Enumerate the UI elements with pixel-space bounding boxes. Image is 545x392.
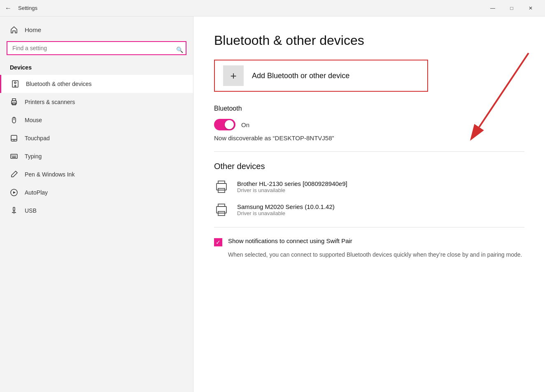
device-status-samsung: Driver is unavailable [237, 210, 335, 216]
maximize-button[interactable]: □ [502, 0, 521, 16]
usb-icon [10, 206, 18, 215]
bluetooth-toggle[interactable] [214, 119, 235, 130]
device-item-brother[interactable]: Brother HL-2130 series [0080928940e9] Dr… [214, 179, 524, 194]
app-title: Settings [18, 5, 37, 11]
window-controls: — □ ✕ [483, 0, 540, 16]
sidebar-item-typing-label: Typing [25, 153, 42, 160]
search-button[interactable]: 🔍 [176, 46, 183, 53]
sidebar-section-label: Devices [0, 62, 193, 75]
sidebar-item-bluetooth[interactable]: Bluetooth & other devices [0, 75, 193, 93]
svg-point-1 [14, 82, 16, 84]
svg-rect-32 [218, 211, 225, 216]
sidebar-item-typing[interactable]: Typing [0, 147, 193, 165]
search-wrap: 🔍 [0, 38, 193, 62]
discoverable-text: Now discoverable as “DESKTOP-8NTVJ58” [214, 135, 524, 141]
minimize-button[interactable]: — [483, 0, 502, 16]
check-mark-icon: ✓ [216, 239, 221, 246]
device-info-brother: Brother HL-2130 series [0080928940e9] Dr… [237, 180, 347, 193]
printer-icon [10, 98, 18, 106]
svg-rect-29 [218, 188, 225, 193]
sidebar-item-pen[interactable]: Pen & Windows Ink [0, 165, 193, 183]
svg-rect-28 [218, 181, 225, 183]
printer-device-icon-2 [214, 202, 229, 217]
keyboard-icon [10, 152, 18, 160]
sidebar-item-touchpad[interactable]: Touchpad [0, 129, 193, 147]
sidebar: Home 🔍 Devices Bluetooth & other devices [0, 16, 193, 392]
sidebar-item-autoplay-label: AutoPlay [25, 189, 48, 196]
page-title: Bluetooth & other devices [214, 33, 524, 48]
pen-icon [10, 170, 18, 179]
device-name-samsung: Samsung M2020 Series (10.0.1.42) [237, 203, 335, 210]
bluetooth-icon [11, 80, 19, 88]
other-devices-title: Other devices [214, 162, 524, 171]
add-device-button[interactable]: + Add Bluetooth or other device [214, 60, 428, 92]
add-device-plus-icon: + [223, 65, 244, 86]
search-input[interactable] [7, 41, 186, 55]
sidebar-item-printers[interactable]: Printers & scanners [0, 93, 193, 111]
sidebar-item-printers-label: Printers & scanners [25, 99, 75, 105]
printer-device-icon-1 [214, 179, 229, 194]
svg-rect-12 [11, 154, 17, 158]
back-button[interactable]: ← [3, 3, 13, 14]
sidebar-item-mouse[interactable]: Mouse [0, 111, 193, 129]
main-content: Bluetooth & other devices + Add Bluetoot… [193, 16, 545, 392]
sidebar-item-touchpad-label: Touchpad [25, 135, 50, 141]
close-button[interactable]: ✕ [521, 0, 540, 16]
sidebar-item-pen-label: Pen & Windows Ink [25, 171, 75, 178]
touchpad-icon [10, 134, 18, 142]
toggle-knob [225, 120, 234, 129]
autoplay-icon [10, 188, 18, 197]
svg-marker-19 [13, 191, 16, 194]
home-label: Home [25, 26, 41, 33]
device-info-samsung: Samsung M2020 Series (10.0.1.42) Driver … [237, 203, 335, 216]
sidebar-item-bluetooth-label: Bluetooth & other devices [26, 81, 92, 87]
device-item-samsung[interactable]: Samsung M2020 Series (10.0.1.42) Driver … [214, 202, 524, 217]
divider-1 [214, 151, 524, 152]
svg-rect-5 [12, 99, 16, 101]
svg-rect-20 [13, 207, 15, 211]
sidebar-item-autoplay[interactable]: AutoPlay [0, 183, 193, 202]
divider-2 [214, 227, 524, 227]
sidebar-item-usb[interactable]: USB [0, 202, 193, 220]
titlebar: ← Settings — □ ✕ [0, 0, 545, 16]
home-icon [10, 26, 18, 34]
swift-pair-label: Show notifications to connect using Swif… [228, 237, 352, 244]
bluetooth-toggle-label: On [241, 121, 249, 128]
sidebar-home[interactable]: Home [0, 21, 193, 38]
svg-line-26 [479, 53, 529, 127]
sidebar-item-mouse-label: Mouse [25, 117, 42, 123]
mouse-icon [10, 116, 18, 124]
device-status-brother: Driver is unavailable [237, 187, 347, 193]
swift-pair-description: When selected, you can connect to suppor… [214, 251, 524, 259]
swift-pair-row: ✓ Show notifications to connect using Sw… [214, 237, 524, 246]
bluetooth-toggle-row: On [214, 119, 524, 130]
titlebar-left: ← Settings [0, 3, 37, 14]
sidebar-item-usb-label: USB [25, 207, 37, 214]
bluetooth-section-title: Bluetooth [214, 105, 524, 112]
device-name-brother: Brother HL-2130 series [0080928940e9] [237, 180, 347, 187]
swift-pair-checkbox[interactable]: ✓ [214, 238, 222, 246]
app-body: Home 🔍 Devices Bluetooth & other devices [0, 16, 545, 392]
svg-rect-31 [218, 204, 225, 206]
add-device-label: Add Bluetooth or other device [252, 72, 349, 80]
